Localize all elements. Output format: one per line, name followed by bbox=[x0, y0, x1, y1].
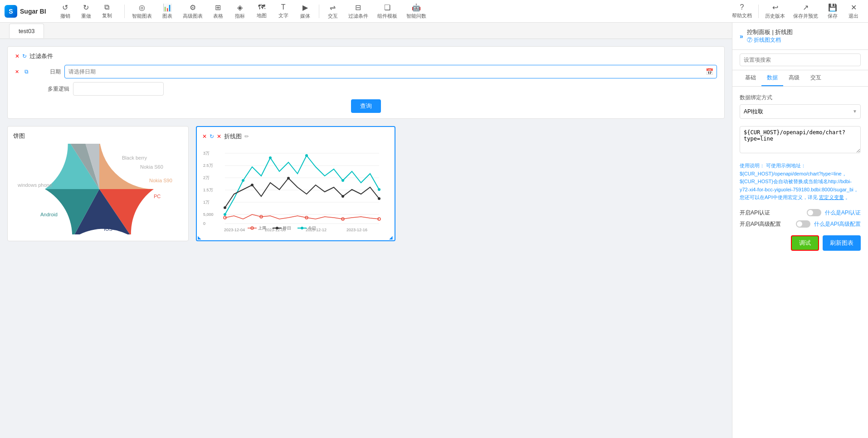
table-button[interactable]: ⊞ 表格 bbox=[208, 1, 228, 21]
filter-date-remove[interactable]: ✕ bbox=[15, 69, 19, 75]
widget-edit-icon[interactable]: ✏ bbox=[244, 133, 249, 140]
panel-collapse-btn[interactable]: » bbox=[740, 33, 743, 40]
widget-close-btn[interactable]: ✕ bbox=[202, 133, 207, 140]
api-select-wrapper: API拉取 ▼ bbox=[740, 104, 861, 119]
filter-date-input[interactable] bbox=[64, 65, 717, 78]
macro-variable-link[interactable]: 宏定义变量 bbox=[819, 195, 844, 200]
pie-label-pc: PC bbox=[154, 194, 161, 199]
panel-tab-data[interactable]: 数据 bbox=[761, 70, 783, 86]
panel-tab-basic[interactable]: 基础 bbox=[740, 70, 761, 86]
api-auth-controls: 什么是API认证 bbox=[807, 209, 861, 217]
undo-icon: ↺ bbox=[62, 3, 68, 12]
interact-label: 交互 bbox=[328, 13, 338, 19]
api-help-period: 。 bbox=[845, 195, 850, 200]
filter-date-row: ✕ ⧉ 日期 📅 bbox=[15, 65, 717, 78]
panel-search-input[interactable] bbox=[740, 54, 861, 66]
pie-chart-widget: 饼图 bbox=[7, 126, 189, 241]
dot-yesterday-2 bbox=[251, 184, 254, 186]
svg-point-22 bbox=[276, 227, 278, 229]
widget-delete-btn[interactable]: ✕ bbox=[217, 133, 221, 140]
api-url-section: ${CUR_HOST}/openapi/demo/chart?type=line bbox=[740, 126, 861, 155]
map-button[interactable]: 🗺 地图 bbox=[252, 1, 272, 21]
text-icon: T bbox=[281, 3, 286, 11]
panel-subtitle[interactable]: ⑦ 折线图文档 bbox=[747, 36, 793, 44]
filter-icon: ⊟ bbox=[355, 3, 361, 12]
toolbar: S Sugar BI ↺ 撤销 ↻ 重做 ⧉ 复制 ◎ 智能图表 📊 图表 ⚙ … bbox=[0, 0, 868, 23]
advanced-chart-icon: ⚙ bbox=[190, 3, 196, 12]
redo-icon: ↻ bbox=[83, 3, 89, 12]
smart-chart-icon: ◎ bbox=[139, 3, 145, 12]
svg-text:2023-12-16: 2023-12-16 bbox=[346, 228, 367, 232]
svg-text:1万: 1万 bbox=[203, 200, 210, 204]
api-advanced-link[interactable]: 什么是API高级配置 bbox=[814, 220, 861, 228]
filter-close-x[interactable]: ✕ bbox=[15, 53, 20, 59]
pie-label-nokia-s60: Nokia S60 bbox=[140, 164, 163, 170]
panel-tab-advanced[interactable]: 高级 bbox=[783, 70, 805, 86]
filter-refresh-icon[interactable]: ↻ bbox=[22, 53, 27, 59]
history-button[interactable]: ↩ 历史版本 bbox=[761, 1, 789, 21]
smart-chart-button[interactable]: ◎ 智能图表 bbox=[128, 1, 156, 21]
smart-num-button[interactable]: 🤖 智能问数 bbox=[403, 1, 430, 21]
chart-button[interactable]: 📊 图表 bbox=[157, 1, 177, 21]
svg-text:上周: 上周 bbox=[258, 226, 266, 230]
advanced-chart-button[interactable]: ⚙ 高级图表 bbox=[179, 1, 206, 21]
resize-handle-bl[interactable]: ◣ bbox=[198, 235, 202, 239]
filter-label: 过滤条件 bbox=[348, 13, 368, 19]
api-method-select[interactable]: API拉取 bbox=[740, 104, 861, 119]
redo-label: 重做 bbox=[81, 13, 91, 19]
media-label: 媒体 bbox=[300, 13, 310, 19]
test-button[interactable]: 调试 bbox=[791, 235, 819, 251]
api-help-label: 使用说明： bbox=[740, 163, 765, 168]
toolbar-right: ? 帮助文档 ↩ 历史版本 ↗ 保存并预览 💾 保存 ✕ 退出 bbox=[728, 1, 863, 21]
svg-text:1.5万: 1.5万 bbox=[203, 188, 213, 192]
logo-icon: S bbox=[5, 5, 17, 18]
api-auth-link[interactable]: 什么是API认证 bbox=[825, 209, 861, 217]
copy-icon: ⧉ bbox=[104, 3, 109, 11]
filter-button[interactable]: ⊟ 过滤条件 bbox=[345, 1, 372, 21]
filter-title-text: 过滤条件 bbox=[29, 52, 53, 60]
save-icon: 💾 bbox=[828, 3, 837, 12]
pie-chart-container: Nokia S90 Nokia S60 Black berry windows … bbox=[13, 144, 185, 234]
query-button[interactable]: 查询 bbox=[351, 99, 381, 113]
undo-button[interactable]: ↺ 撤销 bbox=[55, 1, 75, 21]
component-button[interactable]: ❏ 组件模板 bbox=[374, 1, 401, 21]
save-preview-label: 保存并预览 bbox=[793, 13, 818, 19]
interact-button[interactable]: ⇌ 交互 bbox=[323, 1, 343, 21]
api-auth-toggle[interactable] bbox=[807, 209, 821, 216]
canvas-area: test03 ✕ ↻ 过滤条件 ✕ ⧉ 日期 📅 bbox=[0, 23, 732, 438]
save-preview-button[interactable]: ↗ 保存并预览 bbox=[790, 1, 822, 21]
media-button[interactable]: ▶ 媒体 bbox=[295, 1, 315, 21]
pie-label-blackberry: Black berry bbox=[122, 155, 147, 161]
exit-button[interactable]: ✕ 退出 bbox=[844, 1, 863, 21]
map-label: 地图 bbox=[257, 12, 267, 19]
api-advanced-toggle[interactable] bbox=[796, 220, 810, 228]
undo-redo-group: ↺ 撤销 ↻ 重做 ⧉ 复制 bbox=[55, 1, 117, 21]
widget-copy-btn[interactable]: ↻ bbox=[210, 133, 214, 140]
svg-text:2.5万: 2.5万 bbox=[203, 163, 213, 168]
api-auth-label: 开启API认证 bbox=[740, 209, 770, 217]
save-button[interactable]: 💾 保存 bbox=[823, 1, 843, 21]
panel-tab-interact[interactable]: 交互 bbox=[805, 70, 827, 86]
metrics-button[interactable]: ◈ 指标 bbox=[230, 1, 250, 21]
save-preview-icon: ↗ bbox=[803, 3, 809, 12]
canvas-content: ✕ ↻ 过滤条件 ✕ ⧉ 日期 📅 多重逻辑 bbox=[0, 39, 732, 438]
redo-button[interactable]: ↻ 重做 bbox=[76, 1, 96, 21]
dot-yesterday-1 bbox=[224, 206, 226, 209]
text-button[interactable]: T 文字 bbox=[273, 1, 293, 21]
metrics-label: 指标 bbox=[235, 13, 245, 19]
tab-test03[interactable]: test03 bbox=[9, 24, 44, 38]
refresh-button[interactable]: 刷新图表 bbox=[823, 235, 861, 251]
api-advanced-label: 开启API高级配置 bbox=[740, 220, 781, 228]
api-url-textarea[interactable]: ${CUR_HOST}/openapi/demo/chart?type=line bbox=[740, 126, 861, 153]
component-icon: ❏ bbox=[384, 3, 390, 12]
filter-date-copy[interactable]: ⧉ bbox=[23, 68, 30, 75]
filter-logic-row: 多重逻辑 bbox=[15, 82, 717, 96]
help-button[interactable]: ? 帮助文档 bbox=[728, 1, 756, 21]
filter-logic-select[interactable] bbox=[73, 82, 164, 96]
copy-button[interactable]: ⧉ 复制 bbox=[97, 1, 117, 21]
divider-1 bbox=[124, 5, 125, 18]
smart-chart-label: 智能图表 bbox=[132, 13, 152, 19]
resize-handle-br[interactable]: ◢ bbox=[389, 235, 394, 239]
filter-logic-select-wrapper bbox=[73, 82, 164, 96]
panel-header-text: 控制面板 | 折线图 ⑦ 折线图文档 bbox=[747, 28, 793, 44]
